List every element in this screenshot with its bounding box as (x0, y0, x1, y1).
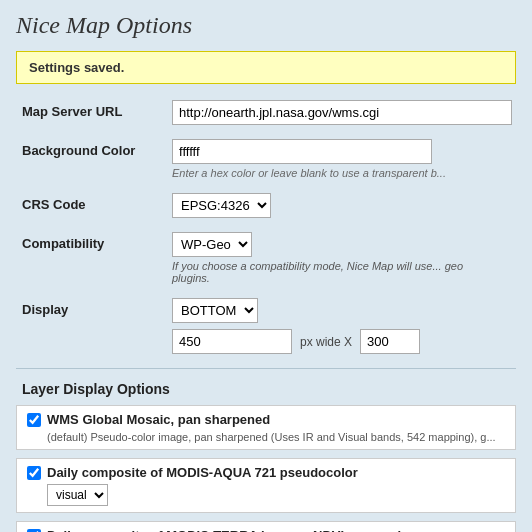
separator (16, 368, 516, 369)
display-position-select[interactable]: BOTTOM (172, 298, 258, 323)
settings-saved-text: Settings saved. (29, 60, 124, 75)
display-field: BOTTOM px wide X (172, 298, 510, 354)
layer-3-title: Daily composite of MODIS-TERRA images, N… (47, 528, 417, 532)
crs-code-select[interactable]: EPSG:4326 (172, 193, 271, 218)
layer-1-checkbox[interactable] (27, 413, 41, 427)
crs-code-field: EPSG:4326 (172, 193, 510, 218)
background-color-input[interactable] (172, 139, 432, 164)
layer-2-checkbox[interactable] (27, 466, 41, 480)
background-color-field: Enter a hex color or leave blank to use … (172, 139, 510, 179)
map-server-url-input[interactable] (172, 100, 512, 125)
compatibility-hint: If you choose a compatibility mode, Nice… (172, 260, 472, 284)
compatibility-field: WP-Geo If you choose a compatibility mod… (172, 232, 510, 284)
layer-3-checkbox[interactable] (27, 529, 41, 533)
layer-item-1: WMS Global Mosaic, pan sharpened (defaul… (16, 405, 516, 450)
map-server-url-field (172, 100, 512, 125)
layer-item-2: Daily composite of MODIS-AQUA 721 pseudo… (16, 458, 516, 513)
display-width-input[interactable] (172, 329, 292, 354)
map-server-url-label: Map Server URL (22, 100, 172, 119)
compatibility-label: Compatibility (22, 232, 172, 251)
page-container: Nice Map Options Settings saved. Map Ser… (0, 0, 532, 532)
layer-2-title: Daily composite of MODIS-AQUA 721 pseudo… (47, 465, 358, 480)
layer-2-select[interactable]: visual (47, 484, 108, 506)
px-wide-label: px wide X (300, 335, 352, 349)
settings-saved-banner: Settings saved. (16, 51, 516, 84)
layer-header-1: WMS Global Mosaic, pan sharpened (27, 412, 505, 427)
layer-item-3: Daily composite of MODIS-TERRA images, N… (16, 521, 516, 532)
background-color-label: Background Color (22, 139, 172, 158)
display-size-row: px wide X (172, 329, 510, 354)
crs-code-label: CRS Code (22, 193, 172, 212)
layer-section-title: Layer Display Options (16, 381, 516, 397)
crs-code-row: CRS Code EPSG:4326 (16, 193, 516, 218)
layer-1-desc: (default) Pseudo-color image, pan sharpe… (47, 431, 505, 443)
display-height-input[interactable] (360, 329, 420, 354)
page-title: Nice Map Options (16, 12, 516, 39)
compatibility-row: Compatibility WP-Geo If you choose a com… (16, 232, 516, 284)
display-label: Display (22, 298, 172, 317)
layer-header-2: Daily composite of MODIS-AQUA 721 pseudo… (27, 465, 505, 480)
layer-2-footer: visual (47, 484, 505, 506)
map-server-url-row: Map Server URL (16, 100, 516, 125)
layer-1-title: WMS Global Mosaic, pan sharpened (47, 412, 270, 427)
form-section: Map Server URL Background Color Enter a … (16, 100, 516, 354)
background-color-row: Background Color Enter a hex color or le… (16, 139, 516, 179)
display-row: Display BOTTOM px wide X (16, 298, 516, 354)
background-color-hint: Enter a hex color or leave blank to use … (172, 167, 510, 179)
layer-header-3: Daily composite of MODIS-TERRA images, N… (27, 528, 505, 532)
compatibility-select[interactable]: WP-Geo (172, 232, 252, 257)
